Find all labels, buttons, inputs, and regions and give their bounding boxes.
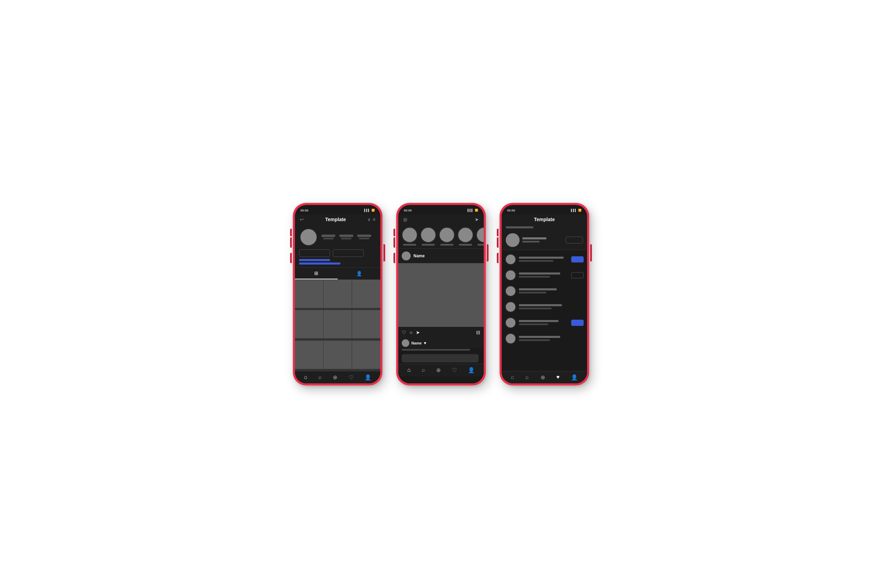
nav-heart-2[interactable]: ♡ bbox=[452, 367, 457, 374]
post-header: Name bbox=[398, 249, 484, 263]
messages-title: Template bbox=[534, 217, 555, 222]
msg-name-bar-6 bbox=[519, 336, 560, 338]
nav-heart-3[interactable]: ♥ bbox=[556, 374, 560, 380]
msg-avatar-5 bbox=[505, 317, 516, 328]
profile-grid bbox=[295, 280, 380, 371]
nav-home-2[interactable]: ⌂ bbox=[407, 367, 411, 373]
profile-stats bbox=[321, 235, 376, 239]
message-item-6[interactable] bbox=[502, 331, 587, 346]
story-avatar-5 bbox=[476, 227, 484, 243]
nav-profile-1[interactable]: 👤 bbox=[364, 374, 371, 381]
story-label-2 bbox=[422, 244, 435, 246]
nav-search-1[interactable]: ⌕ bbox=[318, 374, 322, 380]
story-1[interactable] bbox=[402, 227, 418, 246]
msg-info-6 bbox=[519, 336, 584, 341]
grid-cell-4[interactable] bbox=[295, 310, 323, 338]
profile-info-3 bbox=[522, 237, 563, 243]
message-item-4[interactable] bbox=[502, 299, 587, 315]
story-label-1 bbox=[403, 244, 416, 246]
follow-btn[interactable] bbox=[333, 249, 364, 257]
footer-username: Name bbox=[411, 341, 422, 345]
tag-icon: 👤 bbox=[356, 271, 362, 276]
msg-info-5 bbox=[519, 320, 568, 325]
msg-text-bar-1 bbox=[519, 260, 554, 262]
back-icon-1[interactable]: ↩ bbox=[300, 217, 304, 222]
story-avatar-inner-1 bbox=[402, 227, 418, 243]
nav-add-3[interactable]: ⊕ bbox=[541, 374, 545, 381]
send-icon[interactable]: ➤ bbox=[475, 217, 479, 222]
tab-grid[interactable]: ⊞ bbox=[295, 268, 338, 279]
msg-avatar-2 bbox=[505, 270, 516, 281]
story-avatar-1 bbox=[402, 227, 418, 243]
msg-name-bar-1 bbox=[519, 256, 564, 259]
post-image bbox=[398, 263, 484, 327]
profile-tabs: ⊞ 👤 bbox=[295, 267, 380, 280]
story-avatar-2 bbox=[420, 227, 436, 243]
comment-box[interactable] bbox=[402, 354, 478, 362]
msg-info-2 bbox=[519, 273, 568, 278]
stat-following bbox=[357, 235, 371, 239]
footer-heart-icon[interactable]: ♥ bbox=[424, 340, 426, 345]
nav-home-3[interactable]: ⌂ bbox=[511, 374, 514, 380]
comment-icon[interactable]: ○ bbox=[410, 330, 412, 335]
messages-header: Template bbox=[502, 214, 587, 224]
msg-badge-5 bbox=[571, 320, 584, 326]
grid-cell-2[interactable] bbox=[324, 280, 352, 308]
bookmark-icon[interactable]: ⊟ bbox=[476, 330, 480, 335]
grid-cell-1[interactable] bbox=[295, 280, 323, 308]
grid-cell-8[interactable] bbox=[324, 340, 352, 369]
notch-2 bbox=[422, 205, 460, 213]
dropdown-icon-1[interactable]: ∨ bbox=[367, 217, 371, 222]
camera-icon[interactable]: ◎ bbox=[403, 217, 407, 222]
msg-avatar-4 bbox=[505, 302, 516, 312]
message-item-2[interactable] bbox=[502, 267, 587, 283]
stat-posts-bar bbox=[321, 235, 335, 237]
search-area bbox=[502, 224, 587, 231]
message-item-3[interactable] bbox=[502, 283, 587, 299]
nav-heart-1[interactable]: ♡ bbox=[349, 374, 354, 381]
share-icon[interactable]: ➤ bbox=[416, 330, 420, 335]
story-3[interactable] bbox=[439, 227, 455, 246]
nav-home-1[interactable]: ⌂ bbox=[304, 374, 308, 380]
nav-add-2[interactable]: ⊕ bbox=[436, 367, 441, 374]
status-time-2: 00:00 bbox=[404, 209, 412, 212]
grid-cell-7[interactable] bbox=[295, 340, 323, 369]
story-avatar-inner-3 bbox=[439, 227, 455, 243]
msg-badge-2 bbox=[571, 272, 584, 278]
bottom-nav-2: ⌂ ⌕ ⊕ ♡ 👤 bbox=[398, 364, 484, 376]
menu-icon-1[interactable]: ≡ bbox=[373, 217, 375, 222]
status-icons-1: ▌▌▌ 🛜 bbox=[364, 209, 375, 212]
profile-section bbox=[295, 224, 380, 267]
nav-add-1[interactable]: ⊕ bbox=[333, 374, 337, 381]
nav-search-2[interactable]: ⌕ bbox=[422, 367, 425, 373]
story-2[interactable] bbox=[420, 227, 436, 246]
story-4[interactable] bbox=[458, 227, 473, 246]
bottom-nav-1: ⌂ ⌕ ⊕ ♡ 👤 bbox=[295, 371, 380, 383]
story-5[interactable] bbox=[476, 227, 484, 246]
phones-container: 00:00 ▌▌▌ 🛜 ↩ Template ∨ ≡ bbox=[293, 203, 589, 386]
like-icon[interactable]: ♡ bbox=[402, 330, 406, 335]
msg-name-bar-2 bbox=[519, 273, 560, 274]
profile-avatar bbox=[299, 228, 318, 247]
msg-info-3 bbox=[519, 288, 584, 294]
message-item-1[interactable] bbox=[502, 252, 587, 267]
message-item-5[interactable] bbox=[502, 315, 587, 331]
profile-buttons bbox=[299, 249, 376, 257]
grid-cell-9[interactable] bbox=[352, 340, 380, 369]
stat-following-label bbox=[359, 238, 369, 239]
msg-text-bar-6 bbox=[519, 339, 550, 341]
grid-cell-6[interactable] bbox=[352, 310, 380, 338]
nav-profile-3[interactable]: 👤 bbox=[571, 374, 578, 381]
msg-avatar-inner-1 bbox=[505, 254, 516, 265]
grid-cell-5[interactable] bbox=[324, 310, 352, 338]
caption-bar bbox=[402, 349, 470, 351]
msg-text-bar-4 bbox=[519, 308, 552, 309]
grid-icon: ⊞ bbox=[314, 270, 318, 276]
profile-edit-btn[interactable] bbox=[566, 237, 583, 243]
nav-search-3[interactable]: ⌕ bbox=[525, 374, 529, 380]
nav-profile-2[interactable]: 👤 bbox=[468, 367, 475, 374]
tab-tagged[interactable]: 👤 bbox=[338, 268, 380, 279]
edit-profile-btn[interactable] bbox=[299, 249, 330, 257]
grid-cell-3[interactable] bbox=[352, 280, 380, 308]
stat-followers-label bbox=[341, 238, 351, 239]
